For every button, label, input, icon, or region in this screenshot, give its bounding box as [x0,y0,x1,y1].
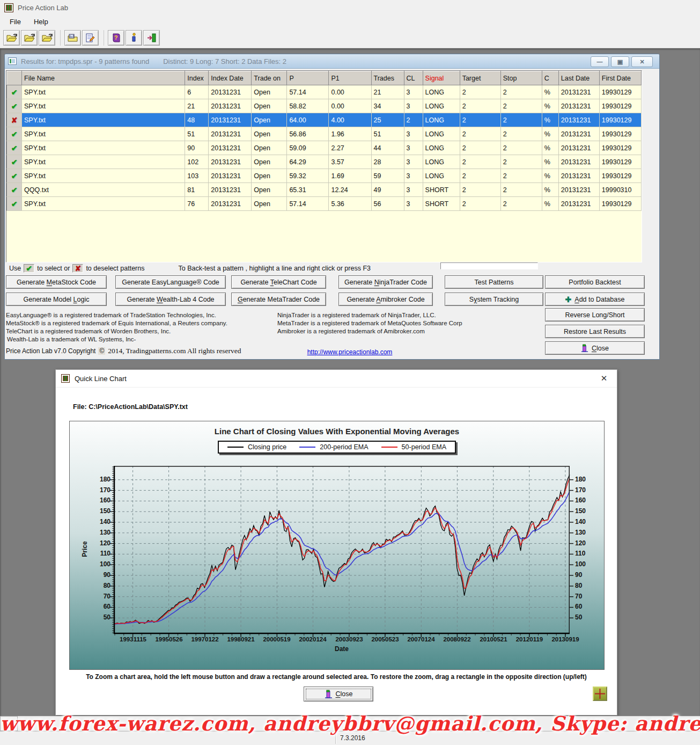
button-generate-wealth-lab-4-code[interactable]: Generate Wealth-Lab 4 Code [115,293,226,306]
column-header-select[interactable] [7,71,22,85]
column-header[interactable]: Target [460,71,500,85]
about-info-button[interactable] [126,30,142,46]
plot-area[interactable] [114,466,570,634]
menu-help[interactable]: Help [28,17,54,27]
table-cell: Open [252,141,287,155]
column-header[interactable]: CL [404,71,423,85]
table-row[interactable]: ✔SPY.txt5120131231Open56.861.96513LONG22… [7,127,642,141]
minimize-button[interactable]: — [591,56,609,67]
button-generate-amibroker-code[interactable]: Generate Amibroker Code [338,293,433,306]
row-check-icon[interactable]: ✔ [7,155,22,169]
table-row[interactable]: ✔SPY.txt10320131231Open59.321.69593LONG2… [7,169,642,183]
x-tick-label: 20120119 [512,636,547,642]
table-cell: 3 [404,99,423,113]
row-check-icon[interactable]: ✔ [7,127,22,141]
button-restore-last-results[interactable]: Restore Last Results [545,325,645,338]
website-link[interactable]: http://www.priceactionlab.com [299,348,401,356]
open-file-button[interactable] [21,30,38,46]
table-cell: 20131231 [209,155,252,169]
button-system-tracking[interactable]: System Tracking [445,293,543,306]
row-check-icon[interactable]: ✔ [7,99,22,113]
table-cell: Open [252,99,287,113]
table-row[interactable]: ✔SPY.txt2120131231Open58.820.00343LONG22… [7,99,642,113]
chart-panel[interactable]: Line Chart of Closing Values With Expone… [69,421,605,670]
column-header[interactable]: First Date [599,71,641,85]
table-cell: SPY.txt [22,141,185,155]
table-row[interactable]: ✔QQQ.txt8120131231Open65.3112.24493SHORT… [7,183,642,197]
mdi-workspace: Results for: tmpdps.spr - 9 patterns fou… [0,48,700,731]
column-header[interactable]: P [287,71,329,85]
column-header[interactable]: Signal [423,71,460,85]
column-header[interactable]: Index Date [209,71,252,85]
y-tick-label: 130 [575,529,595,536]
row-check-icon[interactable]: ✔ [7,183,22,197]
red-cross-icon [594,688,606,699]
dialog-close-button[interactable]: Close [304,686,373,702]
button-generate-easylanguage-code[interactable]: Generate EasyLanguage® Code [115,275,226,289]
table-cell: LONG [423,155,460,169]
open-file-button[interactable] [3,30,20,46]
table-row[interactable]: ✔SPY.txt620131231Open57.140.00213LONG22%… [7,85,642,99]
table-cell: 2 [460,155,500,169]
table-cell: 2 [460,183,500,197]
row-check-icon[interactable]: ✔ [7,169,22,183]
table-cell: 2 [500,141,542,155]
row-check-icon[interactable]: ✔ [7,85,22,99]
app-logo-icon [4,3,13,12]
button-close[interactable]: Close [545,341,645,355]
column-header[interactable]: P1 [329,71,371,85]
table-row[interactable]: ✔SPY.txt9020131231Open59.092.27443LONG22… [7,141,642,155]
button-generate-telechart-code[interactable]: Generate TeleChart Code [231,275,326,289]
table-cell: % [542,155,558,169]
column-header[interactable]: Last Date [558,71,599,85]
column-header[interactable]: Trades [371,71,404,85]
table-row[interactable]: ✔SPY.txt7620131231Open57.145.36563SHORT2… [7,197,642,211]
button-generate-metatrader-code[interactable]: Generate MetaTrader Code [231,293,326,306]
exit-app-button[interactable] [143,30,160,46]
button-generate-model-logic[interactable]: Generate Model Logic [6,293,107,306]
table-cell: 20131231 [558,183,599,197]
dialog-titlebar[interactable]: Quick Line Chart ✕ [56,370,617,388]
y-tick-label: 70 [575,593,595,600]
results-title: Results for: tmpdps.spr - 9 patterns fou… [21,57,149,65]
row-x-icon[interactable]: ✘ [7,113,22,127]
table-cell: 3 [404,197,423,211]
button-test-patterns[interactable]: Test Patterns [445,275,543,289]
y-axis-title: Price [81,522,89,576]
close-window-button[interactable]: ✕ [631,56,653,67]
dialog-close-x-icon[interactable]: ✕ [596,374,611,383]
expand-chart-button[interactable] [593,686,607,701]
results-titlebar[interactable]: Results for: tmpdps.spr - 9 patterns fou… [5,54,659,69]
table-header-row: File NameIndexIndex DateTrade onPP1Trade… [7,71,642,85]
y-tick-label: 100 [575,560,595,568]
button-generate-metastock-code[interactable]: Generate MetaStock Code [6,275,107,289]
legend-label: 50-period EMA [402,443,446,451]
x-icon: ✘ [72,264,83,273]
y-tick-label: 180 [90,476,110,483]
menu-file[interactable]: File [4,17,26,27]
maximize-button[interactable]: ▣ [611,56,629,67]
column-header[interactable]: Trade on [252,71,287,85]
help-book-button[interactable]: ? [108,30,124,46]
button-portfolio-backtest[interactable]: Portfolio Backtest [545,275,645,289]
row-check-icon[interactable]: ✔ [7,141,22,155]
table-cell: LONG [423,113,460,127]
table-row[interactable]: ✘SPY.txt4820131231Open64.004.00252LONG22… [7,113,642,127]
button-generate-ninjatrader-code[interactable]: Generate NinjaTrader Code [338,275,433,289]
edit-notes-button[interactable] [82,30,99,46]
table-cell: 2 [500,183,542,197]
column-header[interactable]: C [542,71,558,85]
button-add-to-database[interactable]: ✚Add to Database [545,293,645,306]
row-check-icon[interactable]: ✔ [7,197,22,211]
scan-data-button[interactable] [64,30,81,46]
column-header[interactable]: Stop [500,71,542,85]
open-file-button[interactable] [39,30,55,46]
table-cell: 20131231 [209,141,252,155]
button-reverse-long-short[interactable]: Reverse Long/Short [545,308,645,322]
table-row[interactable]: ✔SPY.txt10220131231Open64.293.57283LONG2… [7,155,642,169]
table-cell: 49 [371,183,404,197]
column-header[interactable]: File Name [22,71,185,85]
column-header[interactable]: Index [185,71,209,85]
table-cell: 20131231 [209,85,252,99]
table-cell: 3.57 [329,155,371,169]
